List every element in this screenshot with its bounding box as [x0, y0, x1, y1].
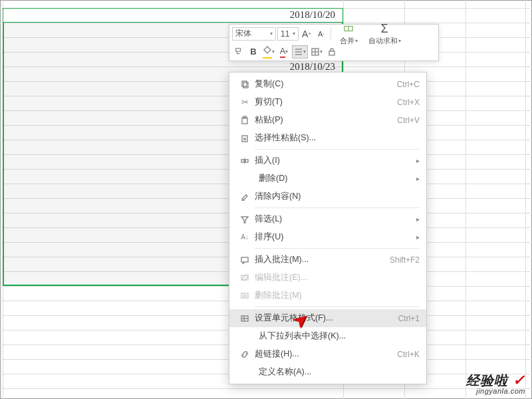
link-icon [237, 350, 252, 359]
mini-toolbar: 宋体 ▾ 11 ▾ A+ A- 合并▾ Σ 自动求和▾ B ▾ [229, 24, 439, 61]
font-size-select[interactable]: 11 ▾ [277, 27, 299, 41]
sort-icon: A↓ [237, 233, 252, 241]
comment-icon [237, 255, 252, 265]
cut-icon: ✂ [237, 97, 252, 107]
submenu-arrow-icon: ▸ [412, 157, 420, 164]
insert-icon [237, 156, 252, 166]
watermark: 经验啦 ✓ jingyanla.com [466, 372, 525, 395]
cell-lock-button[interactable] [325, 45, 338, 59]
chevron-down-icon: ▾ [270, 31, 273, 37]
clear-icon [237, 192, 252, 201]
decrease-font-button[interactable]: A- [315, 27, 328, 41]
submenu-arrow-icon: ▸ [412, 175, 420, 182]
cell-date-1-top: 2018/10/20 [251, 9, 338, 21]
menu-cut[interactable]: ✂ 剪切(T) Ctrl+X [229, 93, 426, 111]
menu-delete[interactable]: 删除(D) ▸ [229, 170, 426, 188]
paste-special-icon [237, 134, 252, 143]
menu-paste[interactable]: 粘贴(P) Ctrl+V [229, 111, 426, 129]
menu-separator [255, 248, 420, 249]
menu-format-cells[interactable]: 设置单元格格式(F)... Ctrl+1 [229, 309, 426, 327]
menu-clear[interactable]: 清除内容(N) [229, 188, 426, 205]
svg-rect-16 [245, 160, 248, 162]
menu-separator [255, 307, 420, 307]
menu-hyperlink[interactable]: 超链接(H)... Ctrl+K [229, 345, 426, 363]
svg-rect-15 [241, 160, 244, 162]
menu-define-name[interactable]: 定义名称(A)... [229, 363, 426, 381]
align-button[interactable]: ▾ [292, 45, 308, 59]
font-size-value: 11 [281, 29, 289, 39]
svg-rect-9 [329, 51, 334, 55]
menu-separator [255, 207, 420, 208]
font-name-value: 宋体 [235, 28, 251, 39]
svg-rect-11 [243, 82, 248, 88]
copy-icon [237, 80, 252, 89]
menu-insert[interactable]: 插入(I) ▸ [229, 152, 426, 170]
menu-pick-from-dropdown[interactable]: 从下拉列表中选择(K)... [229, 327, 426, 345]
checkmark-icon: ✓ [513, 372, 525, 388]
borders-button[interactable]: ▾ [309, 45, 324, 59]
svg-rect-10 [242, 81, 247, 86]
filter-icon [237, 215, 252, 224]
format-cells-icon [237, 314, 252, 323]
fill-color-button[interactable]: ▾ [261, 45, 276, 59]
menu-separator [255, 149, 420, 150]
bucket-icon [263, 45, 272, 59]
increase-font-button[interactable]: A+ [300, 27, 313, 41]
svg-rect-19 [241, 257, 248, 262]
svg-rect-2 [236, 48, 241, 51]
merge-icon [344, 21, 353, 36]
edit-comment-icon [237, 273, 252, 283]
menu-filter[interactable]: 筛选(L) ▸ [229, 210, 426, 228]
menu-sort[interactable]: A↓ 排序(U) ▸ [229, 228, 426, 246]
format-painter-button[interactable] [232, 45, 245, 59]
chevron-down-icon: ▾ [293, 31, 295, 37]
font-name-select[interactable]: 宋体 ▾ [232, 27, 276, 41]
paste-icon [237, 116, 252, 125]
font-color-button[interactable]: A▾ [277, 45, 291, 59]
menu-paste-special[interactable]: 选择性粘贴(S)... [229, 129, 426, 147]
sigma-icon: Σ [380, 21, 388, 36]
submenu-arrow-icon: ▸ [412, 233, 420, 241]
delete-comment-icon [237, 291, 252, 301]
menu-copy[interactable]: 复制(C) Ctrl+C [229, 75, 426, 93]
menu-edit-comment: 编辑批注(E)... [229, 269, 426, 287]
bold-button[interactable]: B [247, 45, 260, 59]
submenu-arrow-icon: ▸ [412, 215, 420, 223]
menu-delete-comment: 删除批注(M) [229, 287, 426, 305]
menu-insert-comment[interactable]: 插入批注(M)... Shift+F2 [229, 251, 426, 269]
context-menu: 复制(C) Ctrl+C ✂ 剪切(T) Ctrl+X 粘贴(P) Ctrl+V… [229, 72, 427, 384]
